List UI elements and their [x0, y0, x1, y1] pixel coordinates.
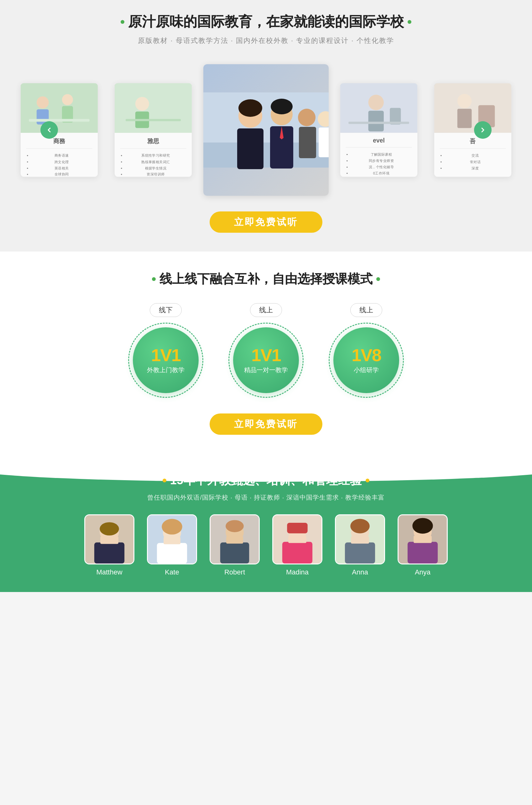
- svg-rect-51: [288, 536, 306, 543]
- title-dot-right: [407, 20, 411, 24]
- mode-big-text-2: 1V1: [251, 346, 281, 364]
- svg-rect-6: [115, 83, 192, 133]
- mode-circle-outer-2: 1V1 精品一对一教学: [228, 323, 304, 398]
- teachers-title: 15年中外教甄选、培训、和管理经验: [0, 472, 532, 488]
- mode-circle-inner-2: 1V1 精品一对一教学: [233, 327, 299, 393]
- teacher-matthew: Matthew: [84, 514, 134, 576]
- svg-rect-46: [226, 536, 243, 543]
- card-photo-right2: [434, 83, 511, 133]
- mode-item-3: 线上 1V8 小组研学: [329, 303, 404, 398]
- card-title-right1: evel: [346, 137, 412, 148]
- hero-title: 原汁原味的国际教育，在家就能读的国际学校: [0, 13, 532, 31]
- svg-rect-35: [94, 542, 125, 563]
- teacher-avatar-madina: [272, 514, 322, 564]
- teacher-avatar-anya: [398, 514, 448, 564]
- carousel-next-button[interactable]: [474, 121, 492, 139]
- svg-rect-22: [319, 128, 329, 157]
- svg-rect-40: [157, 543, 187, 563]
- card-list-left1: 商务语速 跨文化理 英语相关 全球协同: [26, 153, 92, 177]
- mode-tag-2: 线上: [250, 303, 282, 317]
- mode-circle-outer-3: 1V8 小组研学: [329, 323, 404, 398]
- svg-point-54: [350, 519, 370, 533]
- mode-item-1: 线下 1V1 外教上门教学: [128, 303, 203, 398]
- svg-rect-60: [407, 542, 438, 563]
- svg-rect-28: [434, 83, 511, 133]
- modes-dot-right: [376, 277, 380, 281]
- svg-point-3: [62, 94, 73, 105]
- modes-row: 线下 1V1 外教上门教学 线上 1V1 精品一对一教学: [0, 303, 532, 398]
- mode-tag-1: 线下: [150, 303, 182, 317]
- svg-rect-20: [299, 127, 316, 158]
- svg-point-19: [298, 109, 316, 126]
- mode-circle-outer-1: 1V1 外教上门教学: [128, 323, 203, 398]
- teacher-name-robert: Robert: [224, 568, 245, 576]
- teacher-name-matthew: Matthew: [96, 568, 122, 576]
- card-right-1: evel 了解国际课程 同步有专业师资 况，个性化辅导 0工作环境: [340, 83, 417, 177]
- teacher-avatar-robert: [210, 514, 260, 564]
- card-body-left1: 商務 商务语速 跨文化理 英语相关 全球协同: [21, 133, 98, 177]
- teachers-section: 15年中外教甄选、培训、和管理经验 曾任职国内外双语/国际学校 · 母语 · 持…: [0, 457, 532, 592]
- modes-cta-button[interactable]: 立即免费试听: [210, 414, 322, 435]
- teacher-anya: Anya: [398, 514, 448, 576]
- svg-point-39: [162, 519, 182, 535]
- teacher-name-madina: Madina: [286, 568, 309, 576]
- card-left-2: 雅思 系统性学习和研究 熟练掌握相关词汇 根据学生情况 资深培训师: [115, 83, 192, 177]
- svg-rect-41: [164, 537, 180, 544]
- carousel-track: 商務 商务语速 跨文化理 英语相关 全球协同: [31, 61, 501, 199]
- modes-title: 线上线下融合互补，自由选择授课模式: [0, 270, 532, 288]
- svg-point-1: [37, 96, 49, 109]
- carousel: 商務 商务语速 跨文化理 英语相关 全球协同: [31, 61, 501, 199]
- card-photo-right1: [340, 83, 417, 133]
- mode-big-text-3: 1V8: [352, 346, 381, 364]
- svg-rect-50: [282, 542, 312, 563]
- card-list-right1: 了解国际课程 同步有专业师资 况，个性化辅导 0工作环境: [346, 152, 412, 177]
- hero-cta-button[interactable]: 立即免费试听: [210, 211, 322, 233]
- svg-point-29: [457, 94, 472, 108]
- teacher-avatar-anna: [335, 514, 385, 564]
- svg-rect-27: [348, 122, 409, 124]
- teacher-name-anna: Anna: [352, 568, 368, 576]
- card-center: 主题研学 围绕特定主题，通过项目制教学方式，帮助孩子进行深度学习和研究 多元化课…: [203, 64, 329, 196]
- title-dot-left: [121, 20, 125, 24]
- modes-section: 线上线下融合互补，自由选择授课模式 线下 1V1 外教上门教学 线上 1V1: [0, 251, 532, 457]
- hero-section: 原汁原味的国际教育，在家就能读的国际学校 原版教材 · 母语式教学方法 · 国内…: [0, 0, 532, 251]
- card-photo-left2: [115, 83, 192, 133]
- card-photo-center: [203, 64, 329, 196]
- svg-rect-30: [457, 109, 472, 128]
- svg-point-59: [412, 518, 433, 534]
- svg-rect-61: [414, 536, 432, 543]
- mode-circle-inner-3: 1V8 小组研学: [334, 327, 399, 393]
- svg-point-14: [239, 99, 262, 117]
- card-photo-left1: [21, 83, 98, 133]
- mode-tag-3: 线上: [350, 303, 382, 317]
- mode-sub-text-1: 外教上门教学: [147, 366, 185, 374]
- svg-point-17: [271, 99, 292, 114]
- teacher-avatar-kate: [147, 514, 197, 564]
- teachers-row: Matthew Kate: [0, 514, 532, 592]
- svg-rect-25: [368, 111, 384, 131]
- svg-point-7: [135, 97, 149, 111]
- card-title-left1: 商務: [26, 137, 92, 149]
- svg-rect-5: [29, 119, 90, 122]
- card-right-2: 吾 交流 常对话 深度: [434, 83, 511, 177]
- carousel-prev-button[interactable]: [40, 121, 58, 139]
- teacher-avatar-matthew: [84, 514, 134, 564]
- svg-rect-45: [220, 542, 249, 563]
- teachers-dot-left: [163, 479, 166, 482]
- card-title-right2: 吾: [440, 137, 506, 149]
- teacher-name-anya: Anya: [415, 568, 431, 576]
- svg-point-44: [226, 520, 244, 532]
- card-body-right2: 吾 交流 常对话 深度: [434, 133, 511, 176]
- teachers-dot-right: [366, 479, 369, 482]
- modes-dot-left: [152, 277, 156, 281]
- teacher-madina: Madina: [272, 514, 322, 576]
- svg-rect-36: [100, 536, 118, 544]
- svg-point-34: [100, 522, 119, 535]
- card-list-right2: 交流 常对话 深度: [440, 153, 506, 171]
- mode-sub-text-2: 精品一对一教学: [244, 366, 288, 374]
- card-body-right1: evel 了解国际课程 同步有专业师资 况，个性化辅导 0工作环境: [340, 133, 417, 177]
- teacher-anna: Anna: [335, 514, 385, 576]
- svg-rect-56: [351, 536, 369, 543]
- mode-sub-text-3: 小组研学: [354, 366, 379, 374]
- card-body-left2: 雅思 系统性学习和研究 熟练掌握相关词汇 根据学生情况 资深培训师: [115, 133, 192, 177]
